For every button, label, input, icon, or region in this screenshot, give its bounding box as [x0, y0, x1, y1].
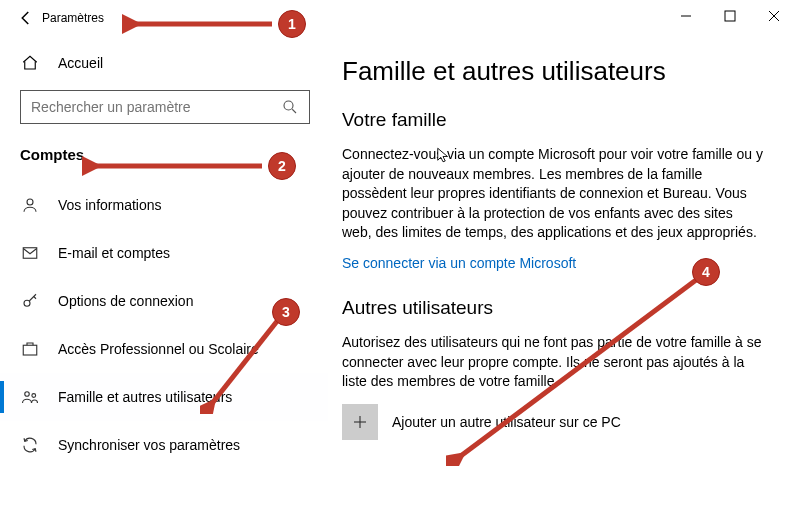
sidebar-item-sync[interactable]: Synchroniser vos paramètres	[0, 421, 328, 469]
add-user-button[interactable]: Ajouter un autre utilisateur sur ce PC	[342, 404, 766, 440]
annotation-badge-3: 3	[272, 298, 300, 326]
add-user-label: Ajouter un autre utilisateur sur ce PC	[392, 414, 621, 430]
sidebar-section-title: Comptes	[20, 142, 310, 181]
svg-point-11	[32, 394, 36, 398]
sidebar-item-label: Vos informations	[58, 197, 162, 213]
sidebar-item-email[interactable]: E-mail et comptes	[0, 229, 328, 277]
search-input[interactable]	[31, 99, 281, 115]
maximize-button[interactable]	[708, 0, 752, 32]
sidebar-home-label: Accueil	[58, 55, 103, 71]
sidebar-item-label: Famille et autres utilisateurs	[58, 389, 232, 405]
sidebar-item-home[interactable]: Accueil	[20, 44, 310, 82]
sidebar-item-label: Options de connexion	[58, 293, 193, 309]
page-title: Famille et autres utilisateurs	[342, 56, 766, 87]
person-icon	[20, 196, 40, 214]
sidebar-item-label: E-mail et comptes	[58, 245, 170, 261]
back-button[interactable]	[10, 9, 42, 27]
sidebar-item-family[interactable]: Famille et autres utilisateurs	[0, 373, 328, 421]
content-pane: Famille et autres utilisateurs Votre fam…	[328, 36, 796, 522]
window-title: Paramètres	[42, 11, 104, 25]
sidebar: Accueil Comptes Vos informations E-mail …	[0, 36, 328, 522]
home-icon	[20, 54, 40, 72]
maximize-icon	[724, 10, 736, 22]
svg-point-4	[284, 101, 293, 110]
svg-line-5	[292, 109, 296, 113]
svg-point-10	[25, 392, 30, 397]
family-signin-link[interactable]: Se connecter via un compte Microsoft	[342, 255, 576, 271]
svg-rect-1	[725, 11, 735, 21]
plus-icon	[342, 404, 378, 440]
family-body: Connectez-vous via un compte Microsoft p…	[342, 145, 766, 243]
close-button[interactable]	[752, 0, 796, 32]
search-field[interactable]	[20, 90, 310, 124]
svg-point-6	[27, 199, 33, 205]
close-icon	[768, 10, 780, 22]
sidebar-item-info[interactable]: Vos informations	[0, 181, 328, 229]
annotation-badge-2: 2	[268, 152, 296, 180]
minimize-button[interactable]	[664, 0, 708, 32]
search-icon	[281, 98, 299, 116]
back-arrow-icon	[17, 9, 35, 27]
sidebar-item-label: Accès Professionnel ou Scolaire	[58, 341, 259, 357]
annotation-badge-4: 4	[692, 258, 720, 286]
people-icon	[20, 388, 40, 406]
window-controls	[664, 0, 796, 32]
minimize-icon	[680, 10, 692, 22]
others-heading: Autres utilisateurs	[342, 297, 766, 319]
sidebar-item-label: Synchroniser vos paramètres	[58, 437, 240, 453]
svg-rect-9	[23, 345, 37, 355]
key-icon	[20, 292, 40, 310]
family-heading: Votre famille	[342, 109, 766, 131]
sidebar-nav: Vos informations E-mail et comptes Optio…	[0, 181, 328, 469]
briefcase-icon	[20, 340, 40, 358]
sidebar-item-work[interactable]: Accès Professionnel ou Scolaire	[0, 325, 328, 373]
others-body: Autorisez des utilisateurs qui ne font p…	[342, 333, 766, 392]
annotation-badge-1: 1	[278, 10, 306, 38]
svg-point-8	[24, 300, 30, 306]
mail-icon	[20, 244, 40, 262]
svg-rect-7	[23, 248, 37, 259]
sync-icon	[20, 436, 40, 454]
